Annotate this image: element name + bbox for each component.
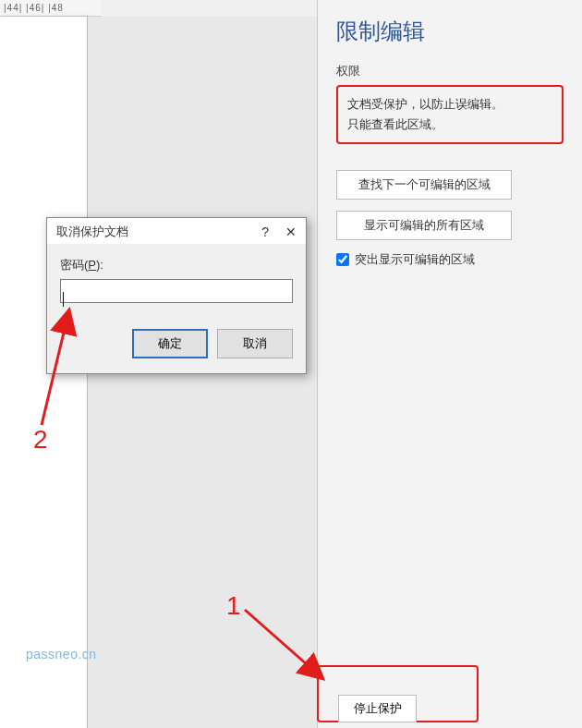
stop-protection-button[interactable]: 停止保护	[338, 695, 417, 722]
find-next-editable-button[interactable]: 查找下一个可编辑的区域	[336, 170, 512, 200]
protection-info-box: 文档受保护，以防止误编辑。 只能查看此区域。	[336, 85, 564, 144]
info-line-1: 文档受保护，以防止误编辑。	[347, 94, 552, 115]
highlight-editable-label: 突出显示可编辑的区域	[355, 251, 475, 268]
permissions-label: 权限	[336, 63, 564, 79]
help-icon[interactable]: ?	[261, 224, 269, 239]
dialog-body: 密码(P): 确定 取消	[47, 244, 306, 373]
unprotect-document-dialog: 取消保护文档 ? ✕ 密码(P): 确定 取消	[46, 217, 307, 374]
info-line-2: 只能查看此区域。	[347, 115, 552, 135]
password-input[interactable]	[60, 279, 293, 303]
annotation-label-1: 1	[226, 591, 241, 621]
dialog-titlebar[interactable]: 取消保护文档 ? ✕	[47, 218, 306, 244]
show-all-editable-button[interactable]: 显示可编辑的所有区域	[336, 211, 512, 240]
pane-title: 限制编辑	[336, 17, 564, 46]
annotation-label-2: 2	[33, 425, 48, 455]
ok-button[interactable]: 确定	[132, 329, 208, 358]
highlight-editable-checkbox[interactable]	[336, 253, 349, 266]
ruler: |44| |46| |48	[0, 0, 102, 17]
close-icon[interactable]: ✕	[285, 224, 297, 239]
cancel-button[interactable]: 取消	[217, 329, 293, 358]
highlight-editable-checkbox-row[interactable]: 突出显示可编辑的区域	[336, 251, 564, 268]
restrict-editing-pane: 限制编辑 权限 文档受保护，以防止误编辑。 只能查看此区域。 查找下一个可编辑的…	[317, 0, 582, 728]
text-caret	[63, 292, 64, 307]
dialog-title: 取消保护文档	[56, 224, 128, 240]
stop-protection-highlight: 停止保护	[317, 665, 479, 722]
watermark: passneo.cn	[26, 647, 97, 661]
password-label: 密码(P):	[60, 257, 293, 273]
